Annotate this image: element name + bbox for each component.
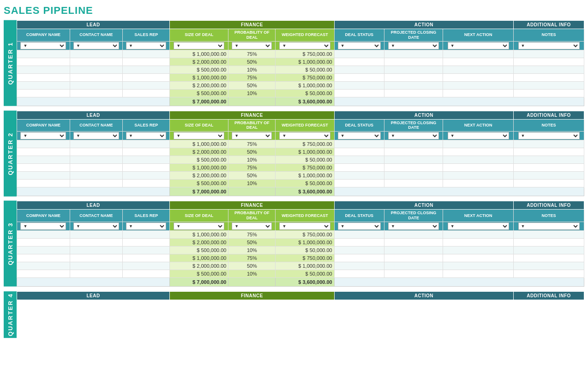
filter-notes-select[interactable]: ▼ (518, 223, 580, 230)
cell-weighted: $ 1,000,000.00 (276, 58, 334, 66)
cell-prob: 75% (228, 230, 276, 238)
filter-projdate-select[interactable]: ▼ (388, 223, 439, 230)
filter-weighted-select[interactable]: ▼ (279, 42, 330, 49)
table-container-q4: LEAD FINANCE ACTION ADDITIONAL INFO (17, 291, 584, 338)
cell-prob: 75% (228, 73, 276, 81)
cell-contact (70, 270, 123, 277)
filter-company: ▼ (17, 132, 70, 140)
filter-dealstatus-select[interactable]: ▼ (338, 42, 381, 49)
filter-company: ▼ (17, 222, 70, 230)
th-deal-status: DEAL STATUS (334, 29, 384, 42)
page: SALES PIPELINE QUARTER 1 (0, 0, 588, 338)
filter-company-select[interactable]: ▼ (20, 42, 66, 49)
cell-prob: 10% (228, 156, 276, 164)
cell-size: $ 500,000.00 (170, 246, 228, 254)
filter-dealstatus-select[interactable]: ▼ (338, 132, 381, 139)
cell-weighted: $ 50,000.00 (276, 66, 334, 73)
cell-dealstatus (334, 81, 384, 89)
cell-company (17, 230, 70, 238)
cell-nextaction (443, 230, 514, 238)
cell-projdate (384, 89, 443, 97)
cell-weighted: $ 50,000.00 (276, 156, 334, 164)
filter-projdate-select[interactable]: ▼ (388, 132, 439, 139)
total-row: $ 7,000,000.00 $ 3,600,000.00 (17, 277, 584, 286)
cell-dealstatus (334, 238, 384, 246)
filter-sizedeal-select[interactable]: ▼ (174, 132, 224, 139)
filter-company-select[interactable]: ▼ (20, 223, 66, 230)
cell-notes (514, 254, 584, 262)
table-row: $ 500,000.00 10% $ 50,000.00 (17, 270, 584, 277)
col-header-row: COMPANY NAME CONTACT NAME SALES REP SIZE… (17, 29, 584, 42)
filter-nextaction-select[interactable]: ▼ (448, 42, 509, 49)
filter-row: ▼ ▼ ▼ ▼ ▼ ▼ ▼ ▼ ▼ ▼ (17, 222, 584, 230)
cell-weighted: $ 1,000,000.00 (276, 172, 334, 180)
filter-nextaction-select[interactable]: ▼ (448, 223, 509, 230)
filter-salesrep-select[interactable]: ▼ (126, 223, 166, 230)
cell-dealstatus (334, 180, 384, 187)
cell-size: $ 1,000,000.00 (170, 230, 228, 238)
cell-size: $ 1,000,000.00 (170, 50, 228, 58)
total-label (17, 97, 170, 106)
filter-contact-select[interactable]: ▼ (73, 42, 119, 49)
filter-sizedeal-select[interactable]: ▼ (174, 42, 224, 49)
th-next-action: NEXT ACTION (443, 119, 514, 132)
cell-dealstatus (334, 140, 384, 148)
cell-contact (70, 164, 123, 172)
filter-notes-select[interactable]: ▼ (518, 132, 580, 139)
cell-size: $ 2,000,000.00 (170, 81, 228, 89)
pipeline-table: LEAD FINANCE ACTION ADDITIONAL INFO COMP… (17, 201, 584, 287)
filter-salesrep: ▼ (123, 132, 170, 140)
filter-nextaction: ▼ (443, 41, 514, 50)
cell-size: $ 2,000,000.00 (170, 172, 228, 180)
cell-dealstatus (334, 148, 384, 156)
filter-row: ▼ ▼ ▼ ▼ ▼ ▼ ▼ ▼ ▼ ▼ (17, 132, 584, 140)
cell-weighted: $ 1,000,000.00 (276, 262, 334, 270)
cell-projdate (384, 140, 443, 148)
filter-salesrep-select[interactable]: ▼ (126, 132, 166, 139)
filter-prob: ▼ (228, 132, 276, 140)
filter-salesrep: ▼ (123, 41, 170, 50)
filter-prob-select[interactable]: ▼ (232, 42, 272, 49)
filter-contact-select[interactable]: ▼ (73, 223, 119, 230)
table-container: LEAD FINANCE ACTION ADDITIONAL INFO COMP… (17, 20, 584, 106)
cell-notes (514, 50, 584, 58)
cell-size: $ 2,000,000.00 (170, 58, 228, 66)
cell-salesrep (123, 164, 170, 172)
page-title: SALES PIPELINE (4, 5, 584, 17)
cell-prob: 10% (228, 270, 276, 277)
th-contact-name: CONTACT NAME (70, 119, 123, 132)
filter-notes-select[interactable]: ▼ (518, 42, 580, 49)
filter-nextaction-select[interactable]: ▼ (448, 132, 509, 139)
cell-projdate (384, 172, 443, 180)
cell-company (17, 270, 70, 277)
cell-size: $ 1,000,000.00 (170, 73, 228, 81)
cell-contact (70, 81, 123, 89)
filter-weighted-select[interactable]: ▼ (279, 223, 330, 230)
filter-contact-select[interactable]: ▼ (73, 132, 119, 139)
cell-projdate (384, 148, 443, 156)
filter-weighted: ▼ (276, 222, 334, 230)
cell-notes (514, 148, 584, 156)
th-contact-name: CONTACT NAME (70, 210, 123, 222)
filter-sizedeal-select[interactable]: ▼ (174, 223, 224, 230)
cell-company (17, 81, 70, 89)
th-weighted-forecast: WEIGHTED FORECAST (276, 210, 334, 222)
th-company-name: COMPANY NAME (17, 119, 70, 132)
filter-dealstatus-select[interactable]: ▼ (338, 223, 381, 230)
filter-projdate-select[interactable]: ▼ (388, 42, 439, 49)
filter-prob-select[interactable]: ▼ (232, 223, 272, 230)
cell-salesrep (123, 140, 170, 148)
total-row: $ 7,000,000.00 $ 3,600,000.00 (17, 187, 584, 196)
cell-nextaction (443, 66, 514, 73)
filter-prob-select[interactable]: ▼ (232, 132, 272, 139)
filter-weighted-select[interactable]: ▼ (279, 132, 330, 139)
section-lead-header: LEAD (17, 21, 170, 29)
cell-company (17, 254, 70, 262)
total-size: $ 7,000,000.00 (170, 97, 228, 106)
filter-company-select[interactable]: ▼ (20, 132, 66, 139)
cell-salesrep (123, 180, 170, 187)
cell-projdate (384, 230, 443, 238)
cell-weighted: $ 750,000.00 (276, 230, 334, 238)
filter-salesrep-select[interactable]: ▼ (126, 42, 166, 49)
cell-salesrep (123, 172, 170, 180)
